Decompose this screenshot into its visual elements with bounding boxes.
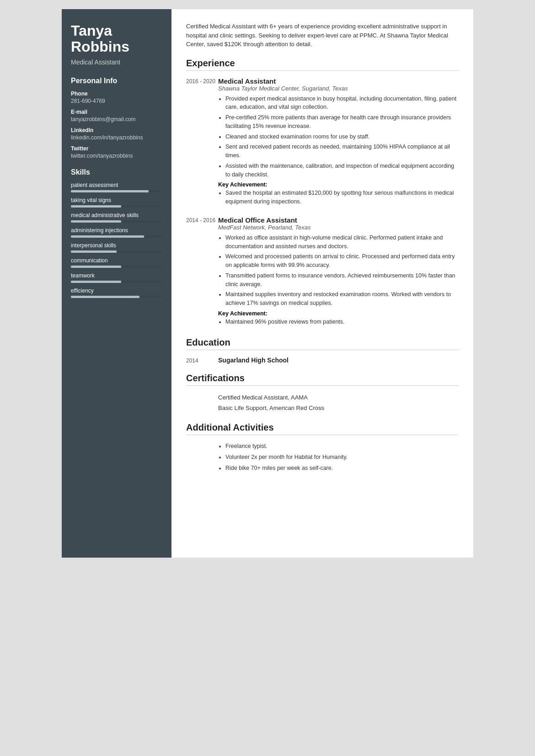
certification-item: Certified Medical Assistant, AAMA: [218, 392, 459, 403]
education-list: 2014 Sugarland High School: [186, 357, 459, 364]
candidate-title: Medical Assistant: [71, 59, 162, 66]
skill-name: medical administrative skills: [71, 212, 162, 218]
skill-bar-fill: [71, 190, 149, 192]
achievement-item: Saved the hospital an estimated $120,000…: [225, 189, 459, 206]
twitter-label: Twitter: [71, 145, 162, 152]
skill-bar-dark: [144, 235, 162, 238]
skill-item: administering injections: [71, 227, 162, 238]
skill-item: teamwork: [71, 272, 162, 283]
skill-name: communication: [71, 257, 162, 264]
certifications-list: Certified Medical Assistant, AAMABasic L…: [186, 392, 459, 414]
phone-label: Phone: [71, 91, 162, 97]
main-content: Certified Medical Assistant with 6+ year…: [171, 9, 473, 558]
skill-bar-fill: [71, 281, 121, 283]
bullet-item: Pre-certified 25% more patients than ave…: [225, 113, 459, 131]
skill-bar-dark: [121, 220, 162, 223]
skills-heading: Skills: [71, 168, 162, 176]
skill-item: medical administrative skills: [71, 212, 162, 223]
skills-list: patient assessment taking vital signs me…: [71, 182, 162, 298]
skill-bar: [71, 250, 162, 253]
skill-item: patient assessment: [71, 182, 162, 192]
entry-date: 2014 - 2016: [186, 216, 218, 328]
sidebar: Tanya Robbins Medical Assistant Personal…: [62, 9, 171, 558]
skill-name: administering injections: [71, 227, 162, 234]
skill-bar-dark: [139, 296, 162, 298]
experience-section: Experience 2016 - 2020 Medical Assistant…: [186, 58, 459, 328]
skill-bar-dark: [117, 250, 162, 253]
activity-item: Freelance typist.: [225, 442, 459, 451]
activity-item: Volunteer 2x per month for Habitat for H…: [225, 453, 459, 462]
skill-item: taking vital signs: [71, 197, 162, 208]
phone-value: 281-690-4769: [71, 98, 162, 104]
skill-bar: [71, 235, 162, 238]
skill-bar: [71, 281, 162, 283]
skill-bar-dark: [149, 190, 162, 192]
skill-item: efficiency: [71, 287, 162, 298]
summary-text: Certified Medical Assistant with 6+ year…: [186, 22, 459, 49]
education-entry: 2014 Sugarland High School: [186, 357, 459, 364]
bullets-list: Worked as office assistant in high-volum…: [218, 234, 459, 308]
bullet-item: Transmitted patient forms to insurance v…: [225, 272, 459, 289]
skill-name: efficiency: [71, 287, 162, 294]
certifications-heading: Certifications: [186, 373, 459, 386]
bullet-item: Sent and received patient records as nee…: [225, 143, 459, 160]
skill-bar-fill: [71, 205, 121, 208]
activity-item: Ride bike 70+ miles per week as self-car…: [225, 463, 459, 473]
key-achievement-label: Key Achievement:: [218, 310, 459, 317]
edu-date: 2014: [186, 357, 218, 364]
skill-bar: [71, 205, 162, 208]
activities-list: Freelance typist.Volunteer 2x per month …: [186, 442, 459, 473]
bullet-item: Worked as office assistant in high-volum…: [225, 234, 459, 251]
job-title: Medical Office Assistant: [218, 216, 459, 224]
activities-heading: Additional Activities: [186, 422, 459, 435]
activities-section: Additional Activities Freelance typist.V…: [186, 422, 459, 473]
entry-content: Medical Assistant Shawna Taylor Medical …: [218, 77, 459, 208]
skill-bar-fill: [71, 296, 139, 298]
skill-item: communication: [71, 257, 162, 268]
experience-heading: Experience: [186, 58, 459, 71]
entry-date: 2016 - 2020: [186, 77, 218, 208]
email-value: tanyazrobbins@gmail.com: [71, 116, 162, 122]
bullet-item: Welcomed and processed patients on arriv…: [225, 252, 459, 270]
skill-bar-dark: [121, 266, 162, 268]
skill-bar-dark: [121, 281, 162, 283]
linkedin-value: linkedin.com/in/tanyazrobbins: [71, 134, 162, 141]
bullet-item: Assisted with the maintenance, calibrati…: [225, 162, 459, 179]
skill-bar-fill: [71, 250, 117, 253]
company-name: MedFast Network, Pearland, Texas: [218, 224, 459, 231]
bullet-item: Provided expert medical assistance in bu…: [225, 95, 459, 112]
entry-content: Medical Office Assistant MedFast Network…: [218, 216, 459, 328]
twitter-value: twitter.com/tanyazrobbins: [71, 153, 162, 159]
company-name: Shawna Taylor Medical Center, Sugarland,…: [218, 85, 459, 92]
bullet-item: Cleaned and stocked examination rooms fo…: [225, 133, 459, 141]
bullets-list: Provided expert medical assistance in bu…: [218, 95, 459, 179]
candidate-name: Tanya Robbins: [71, 23, 162, 55]
skill-bar-fill: [71, 235, 144, 238]
key-achievement-label: Key Achievement:: [218, 181, 459, 188]
email-label: E-mail: [71, 109, 162, 115]
skill-bar-fill: [71, 266, 121, 268]
education-section: Education 2014 Sugarland High School: [186, 337, 459, 364]
skill-bar: [71, 220, 162, 223]
certifications-section: Certifications Certified Medical Assista…: [186, 373, 459, 414]
achievement-item: Maintained 96% positive reviews from pat…: [225, 318, 459, 326]
personal-info-heading: Personal Info: [71, 77, 162, 85]
resume-container: Tanya Robbins Medical Assistant Personal…: [62, 9, 473, 558]
experience-entry: 2016 - 2020 Medical Assistant Shawna Tay…: [186, 77, 459, 208]
achievement-list: Maintained 96% positive reviews from pat…: [218, 318, 459, 326]
skill-item: interpersonal skills: [71, 242, 162, 253]
skill-name: patient assessment: [71, 182, 162, 188]
skill-name: interpersonal skills: [71, 242, 162, 249]
skill-bar: [71, 266, 162, 268]
skill-bar-dark: [121, 205, 162, 208]
experience-list: 2016 - 2020 Medical Assistant Shawna Tay…: [186, 77, 459, 328]
linkedin-label: LinkedIn: [71, 127, 162, 133]
skill-bar-fill: [71, 220, 121, 223]
bullet-item: Maintained supplies inventory and restoc…: [225, 290, 459, 308]
experience-entry: 2014 - 2016 Medical Office Assistant Med…: [186, 216, 459, 328]
skill-name: teamwork: [71, 272, 162, 279]
skill-name: taking vital signs: [71, 197, 162, 203]
skill-bar: [71, 190, 162, 192]
education-heading: Education: [186, 337, 459, 350]
job-title: Medical Assistant: [218, 77, 459, 85]
